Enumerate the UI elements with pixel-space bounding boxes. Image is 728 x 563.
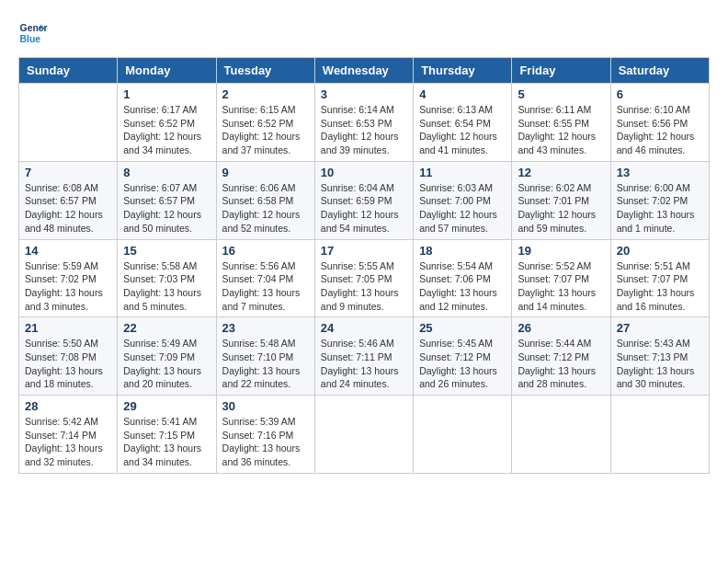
calendar-body: 1Sunrise: 6:17 AM Sunset: 6:52 PM Daylig… (19, 84, 710, 474)
weekday-header-cell: Monday (118, 58, 216, 84)
day-number: 20 (617, 244, 703, 258)
day-number: 30 (222, 399, 309, 413)
day-number: 5 (518, 87, 604, 101)
day-number: 6 (617, 87, 703, 101)
calendar-day-cell: 28Sunrise: 5:42 AM Sunset: 7:14 PM Dayli… (19, 396, 118, 474)
calendar-day-cell: 10Sunrise: 6:04 AM Sunset: 6:59 PM Dayli… (314, 161, 413, 239)
weekday-header-cell: Tuesday (216, 58, 314, 84)
calendar-week-row: 28Sunrise: 5:42 AM Sunset: 7:14 PM Dayli… (19, 396, 710, 474)
day-info: Sunrise: 5:56 AM Sunset: 7:04 PM Dayligh… (222, 259, 309, 314)
day-info: Sunrise: 6:17 AM Sunset: 6:52 PM Dayligh… (123, 103, 210, 157)
calendar-day-cell (314, 396, 413, 474)
day-number: 8 (123, 166, 210, 179)
day-number: 16 (222, 244, 309, 258)
day-number: 4 (419, 87, 506, 101)
day-info: Sunrise: 6:14 AM Sunset: 6:53 PM Dayligh… (321, 103, 407, 157)
day-info: Sunrise: 5:45 AM Sunset: 7:12 PM Dayligh… (419, 337, 506, 391)
day-number: 25 (419, 321, 506, 335)
day-info: Sunrise: 6:07 AM Sunset: 6:57 PM Dayligh… (123, 181, 210, 236)
calendar-day-cell: 27Sunrise: 5:43 AM Sunset: 7:13 PM Dayli… (610, 317, 709, 396)
calendar-day-cell: 23Sunrise: 5:48 AM Sunset: 7:10 PM Dayli… (216, 317, 314, 396)
calendar-day-cell: 9Sunrise: 6:06 AM Sunset: 6:58 PM Daylig… (216, 161, 314, 239)
weekday-header-row: SundayMondayTuesdayWednesdayThursdayFrid… (19, 58, 710, 84)
day-info: Sunrise: 5:58 AM Sunset: 7:03 PM Dayligh… (123, 259, 210, 314)
calendar-day-cell (19, 84, 118, 162)
day-info: Sunrise: 6:13 AM Sunset: 6:54 PM Dayligh… (419, 103, 506, 157)
calendar-day-cell: 18Sunrise: 5:54 AM Sunset: 7:06 PM Dayli… (414, 239, 512, 317)
day-info: Sunrise: 6:15 AM Sunset: 6:52 PM Dayligh… (222, 103, 309, 157)
day-info: Sunrise: 6:04 AM Sunset: 6:59 PM Dayligh… (321, 181, 407, 236)
day-info: Sunrise: 6:03 AM Sunset: 7:00 PM Dayligh… (419, 181, 506, 236)
day-number: 21 (25, 321, 111, 335)
day-number: 23 (222, 321, 309, 335)
day-info: Sunrise: 5:50 AM Sunset: 7:08 PM Dayligh… (25, 337, 111, 391)
calendar-day-cell: 7Sunrise: 6:08 AM Sunset: 6:57 PM Daylig… (19, 161, 118, 239)
weekday-header-cell: Friday (512, 58, 610, 84)
day-number: 26 (518, 321, 604, 335)
calendar-day-cell: 2Sunrise: 6:15 AM Sunset: 6:52 PM Daylig… (216, 84, 314, 162)
calendar-day-cell: 14Sunrise: 5:59 AM Sunset: 7:02 PM Dayli… (19, 239, 118, 317)
calendar-week-row: 21Sunrise: 5:50 AM Sunset: 7:08 PM Dayli… (19, 317, 710, 396)
day-number: 13 (617, 166, 703, 179)
calendar-day-cell: 21Sunrise: 5:50 AM Sunset: 7:08 PM Dayli… (19, 317, 118, 396)
day-number: 12 (518, 166, 604, 179)
day-info: Sunrise: 5:51 AM Sunset: 7:07 PM Dayligh… (617, 259, 703, 314)
calendar-day-cell: 5Sunrise: 6:11 AM Sunset: 6:55 PM Daylig… (512, 84, 610, 162)
weekday-header-cell: Thursday (414, 58, 512, 84)
page-header: General Blue (18, 18, 710, 48)
day-number: 2 (222, 87, 309, 101)
day-number: 27 (617, 321, 703, 335)
day-info: Sunrise: 5:42 AM Sunset: 7:14 PM Dayligh… (25, 415, 111, 469)
day-number: 18 (419, 244, 506, 258)
calendar-table: SundayMondayTuesdayWednesdayThursdayFrid… (18, 57, 710, 474)
calendar-day-cell: 11Sunrise: 6:03 AM Sunset: 7:00 PM Dayli… (414, 161, 512, 239)
day-number: 28 (25, 399, 111, 413)
day-info: Sunrise: 5:54 AM Sunset: 7:06 PM Dayligh… (419, 259, 506, 314)
day-info: Sunrise: 6:10 AM Sunset: 6:56 PM Dayligh… (617, 103, 703, 157)
calendar-day-cell (610, 396, 709, 474)
calendar-week-row: 7Sunrise: 6:08 AM Sunset: 6:57 PM Daylig… (19, 161, 710, 239)
calendar-day-cell: 20Sunrise: 5:51 AM Sunset: 7:07 PM Dayli… (610, 239, 709, 317)
day-info: Sunrise: 6:00 AM Sunset: 7:02 PM Dayligh… (617, 181, 703, 236)
calendar-day-cell: 19Sunrise: 5:52 AM Sunset: 7:07 PM Dayli… (512, 239, 610, 317)
calendar-day-cell: 16Sunrise: 5:56 AM Sunset: 7:04 PM Dayli… (216, 239, 314, 317)
day-number: 15 (123, 244, 210, 258)
day-number: 11 (419, 166, 506, 179)
day-info: Sunrise: 6:11 AM Sunset: 6:55 PM Dayligh… (518, 103, 604, 157)
calendar-day-cell: 15Sunrise: 5:58 AM Sunset: 7:03 PM Dayli… (118, 239, 216, 317)
day-number: 14 (25, 244, 111, 258)
calendar-day-cell: 30Sunrise: 5:39 AM Sunset: 7:16 PM Dayli… (216, 396, 314, 474)
calendar-day-cell: 8Sunrise: 6:07 AM Sunset: 6:57 PM Daylig… (118, 161, 216, 239)
weekday-header-cell: Saturday (610, 58, 709, 84)
day-info: Sunrise: 5:39 AM Sunset: 7:16 PM Dayligh… (222, 415, 309, 469)
day-info: Sunrise: 6:08 AM Sunset: 6:57 PM Dayligh… (25, 181, 111, 236)
day-number: 24 (321, 321, 407, 335)
day-info: Sunrise: 6:02 AM Sunset: 7:01 PM Dayligh… (518, 181, 604, 236)
calendar-day-cell: 4Sunrise: 6:13 AM Sunset: 6:54 PM Daylig… (414, 84, 512, 162)
calendar-day-cell: 25Sunrise: 5:45 AM Sunset: 7:12 PM Dayli… (414, 317, 512, 396)
day-number: 7 (25, 166, 111, 179)
calendar-day-cell: 3Sunrise: 6:14 AM Sunset: 6:53 PM Daylig… (314, 84, 413, 162)
svg-text:Blue: Blue (20, 34, 41, 44)
calendar-day-cell: 29Sunrise: 5:41 AM Sunset: 7:15 PM Dayli… (118, 396, 216, 474)
day-number: 19 (518, 244, 604, 258)
day-info: Sunrise: 5:59 AM Sunset: 7:02 PM Dayligh… (25, 259, 111, 314)
day-number: 1 (123, 87, 210, 101)
calendar-week-row: 1Sunrise: 6:17 AM Sunset: 6:52 PM Daylig… (19, 84, 710, 162)
weekday-header-cell: Wednesday (314, 58, 413, 84)
day-info: Sunrise: 5:55 AM Sunset: 7:05 PM Dayligh… (321, 259, 407, 314)
day-info: Sunrise: 6:06 AM Sunset: 6:58 PM Dayligh… (222, 181, 309, 236)
day-info: Sunrise: 5:52 AM Sunset: 7:07 PM Dayligh… (518, 259, 604, 314)
weekday-header-cell: Sunday (19, 58, 118, 84)
calendar-day-cell: 1Sunrise: 6:17 AM Sunset: 6:52 PM Daylig… (118, 84, 216, 162)
calendar-day-cell: 17Sunrise: 5:55 AM Sunset: 7:05 PM Dayli… (314, 239, 413, 317)
calendar-day-cell: 13Sunrise: 6:00 AM Sunset: 7:02 PM Dayli… (610, 161, 709, 239)
calendar-day-cell: 24Sunrise: 5:46 AM Sunset: 7:11 PM Dayli… (314, 317, 413, 396)
day-info: Sunrise: 5:41 AM Sunset: 7:15 PM Dayligh… (123, 415, 210, 469)
day-info: Sunrise: 5:48 AM Sunset: 7:10 PM Dayligh… (222, 337, 309, 391)
day-number: 22 (123, 321, 210, 335)
calendar-day-cell: 6Sunrise: 6:10 AM Sunset: 6:56 PM Daylig… (610, 84, 709, 162)
day-info: Sunrise: 5:49 AM Sunset: 7:09 PM Dayligh… (123, 337, 210, 391)
day-info: Sunrise: 5:43 AM Sunset: 7:13 PM Dayligh… (617, 337, 703, 391)
day-number: 3 (321, 87, 407, 101)
